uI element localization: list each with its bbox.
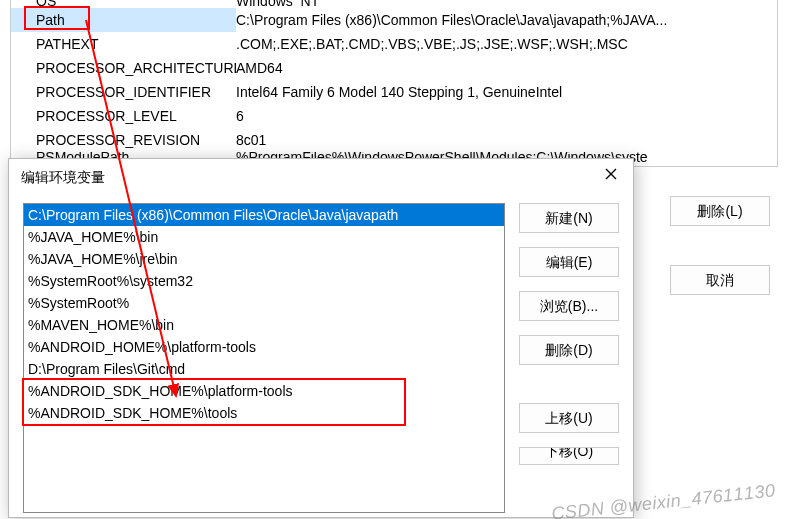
path-item[interactable]: %ANDROID_SDK_HOME%\platform-tools — [24, 380, 504, 402]
system-variables-panel: OS Windows_NT Path C:\Program Files (x86… — [10, 0, 778, 167]
path-list[interactable]: C:\Program Files (x86)\Common Files\Orac… — [23, 203, 505, 513]
close-button[interactable] — [589, 161, 633, 193]
env-row-path[interactable]: Path C:\Program Files (x86)\Common Files… — [11, 8, 777, 32]
path-item[interactable]: %SystemRoot% — [24, 292, 504, 314]
moveup-button[interactable]: 上移(U) — [519, 403, 619, 433]
path-item[interactable]: D:\Program Files\Git\cmd — [24, 358, 504, 380]
delete-path-button[interactable]: 删除(D) — [519, 335, 619, 365]
path-item[interactable]: C:\Program Files (x86)\Common Files\Orac… — [24, 204, 504, 226]
path-item[interactable]: %JAVA_HOME%\bin — [24, 226, 504, 248]
close-icon — [605, 168, 617, 180]
dialog-title: 编辑环境变量 — [21, 159, 105, 195]
movedown-button[interactable]: 下移(O) — [519, 447, 619, 465]
new-button[interactable]: 新建(N) — [519, 203, 619, 233]
cancel-button[interactable]: 取消 — [670, 265, 770, 295]
path-item[interactable]: %ANDROID_HOME%\platform-tools — [24, 336, 504, 358]
dialog-titlebar: 编辑环境变量 — [9, 159, 633, 195]
path-item[interactable]: %SystemRoot%\system32 — [24, 270, 504, 292]
path-item[interactable]: %JAVA_HOME%\jre\bin — [24, 248, 504, 270]
env-row[interactable]: PROCESSOR_LEVEL 6 — [11, 104, 777, 128]
path-item[interactable]: %ANDROID_SDK_HOME%\tools — [24, 402, 504, 424]
row-partial: OS Windows_NT — [11, 0, 777, 8]
env-row[interactable]: PATHEXT .COM;.EXE;.BAT;.CMD;.VBS;.VBE;.J… — [11, 32, 777, 56]
edit-button[interactable]: 编辑(E) — [519, 247, 619, 277]
path-item[interactable]: %MAVEN_HOME%\bin — [24, 314, 504, 336]
delete-button[interactable]: 删除(L) — [670, 196, 770, 226]
env-row[interactable]: PROCESSOR_ARCHITECTURE AMD64 — [11, 56, 777, 80]
browse-button[interactable]: 浏览(B)... — [519, 291, 619, 321]
env-name: Path — [11, 8, 236, 32]
env-row[interactable]: PROCESSOR_REVISION 8c01 — [11, 128, 777, 152]
edit-env-dialog: 编辑环境变量 C:\Program Files (x86)\Common Fil… — [8, 158, 634, 518]
env-value: C:\Program Files (x86)\Common Files\Orac… — [236, 8, 777, 32]
env-row[interactable]: PROCESSOR_IDENTIFIER Intel64 Family 6 Mo… — [11, 80, 777, 104]
